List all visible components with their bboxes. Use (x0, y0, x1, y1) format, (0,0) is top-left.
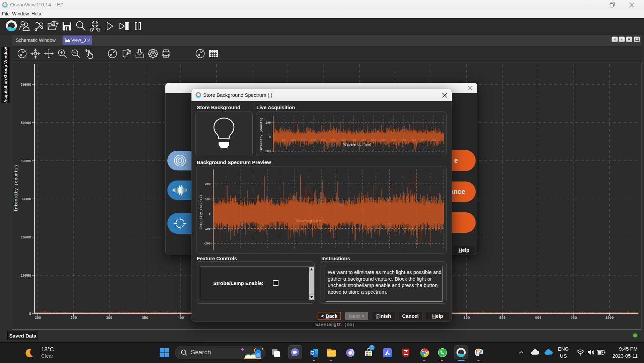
svg-text:200: 200 (35, 316, 41, 320)
svg-text:60000: 60000 (20, 83, 31, 87)
svg-text:Intensity (counts): Intensity (counts) (199, 195, 203, 229)
svg-text:-100: -100 (203, 227, 211, 231)
svg-text:950: 950 (571, 316, 577, 320)
svg-text:200: 200 (205, 183, 211, 186)
svg-text:350: 350 (142, 316, 148, 320)
svg-text:-200: -200 (263, 150, 271, 153)
svg-text:50000: 50000 (20, 121, 31, 125)
svg-text:Intensity (counts): Intensity (counts) (14, 165, 19, 212)
svg-text:900: 900 (535, 316, 542, 320)
svg-text:0: 0 (29, 312, 31, 316)
svg-text:200: 200 (265, 121, 271, 125)
svg-text:800: 800 (464, 316, 470, 320)
svg-text:Wavelength (nm): Wavelength (nm) (315, 322, 354, 327)
svg-text:-200: -200 (203, 242, 211, 245)
svg-text:400: 400 (178, 316, 184, 320)
svg-text:100: 100 (205, 198, 211, 201)
svg-text:20000: 20000 (20, 235, 31, 239)
svg-text:0: 0 (209, 212, 211, 216)
svg-text:10000: 10000 (20, 274, 31, 278)
svg-text:40000: 40000 (20, 159, 31, 163)
svg-text:1000: 1000 (605, 316, 614, 320)
svg-text:250: 250 (71, 316, 77, 320)
svg-text:0: 0 (269, 136, 271, 139)
svg-text:Wavelength (nm): Wavelength (nm) (343, 142, 371, 146)
svg-text:30000: 30000 (20, 197, 31, 201)
svg-text:Intensity (counts): Intensity (counts) (259, 118, 263, 152)
svg-text:300: 300 (106, 316, 112, 320)
svg-text:850: 850 (499, 316, 506, 320)
